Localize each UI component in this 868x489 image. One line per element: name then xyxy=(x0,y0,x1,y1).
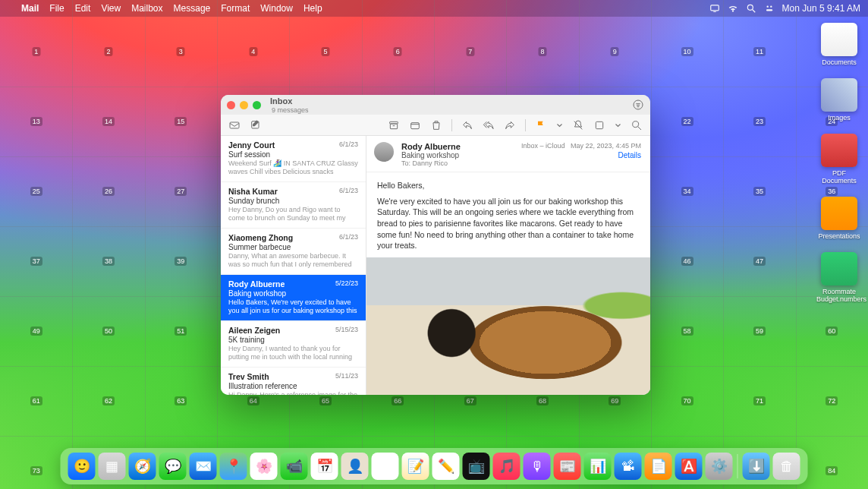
dock-pages[interactable]: 📄 xyxy=(645,453,672,480)
svg-rect-11 xyxy=(390,124,397,129)
dock-music[interactable]: 🎵 xyxy=(493,453,520,480)
trash-icon[interactable] xyxy=(430,119,442,131)
menu-view[interactable]: View xyxy=(101,3,121,14)
mailbox-count: 9 messages xyxy=(272,106,309,114)
dock-tv[interactable]: 📺 xyxy=(463,453,490,480)
message-row[interactable]: Xiaomeng Zhong6/1/23Summer barbecueDanny… xyxy=(221,229,366,275)
menu-mailbox[interactable]: Mailbox xyxy=(131,3,162,14)
svg-point-4 xyxy=(766,6,768,8)
move-icon[interactable] xyxy=(409,119,421,131)
new-window-chevron-icon[interactable] xyxy=(615,119,621,131)
control-center-icon[interactable] xyxy=(764,3,775,14)
dock-facetime[interactable]: 📹 xyxy=(281,453,308,480)
svg-point-2 xyxy=(747,5,753,10)
flag-chevron-icon[interactable] xyxy=(556,119,563,131)
dock-freeform[interactable]: ✏️ xyxy=(432,453,460,480)
message-list[interactable]: Jenny Court6/1/23Surf sessionWeekend Sur… xyxy=(221,136,366,395)
menu-format[interactable]: Format xyxy=(221,3,250,14)
filter-icon[interactable] xyxy=(632,99,644,111)
dock-contacts[interactable]: 👤 xyxy=(341,453,369,480)
flag-icon[interactable] xyxy=(535,119,547,131)
desktop-presentations[interactable]: Presentations xyxy=(816,197,862,240)
dock-launchpad[interactable]: ▦ xyxy=(99,453,126,480)
message-row[interactable]: Jenny Court6/1/23Surf sessionWeekend Sur… xyxy=(221,136,366,182)
dock-separator xyxy=(737,454,738,478)
envelope-icon[interactable] xyxy=(228,119,241,131)
message-row[interactable]: Nisha Kumar6/1/23Sunday brunchHey Danny,… xyxy=(221,182,366,229)
svg-line-16 xyxy=(638,127,641,130)
desktop-roommate-budget-numbers[interactable]: Roommate Budget.numbers xyxy=(816,252,862,303)
svg-rect-1 xyxy=(713,11,716,12)
svg-rect-13 xyxy=(411,122,420,128)
message-row[interactable]: Aileen Zeigen5/15/235K trainingHey Danny… xyxy=(221,321,366,368)
window-zoom-button[interactable] xyxy=(253,101,261,109)
dock-notes[interactable]: 📝 xyxy=(402,453,429,480)
forward-icon[interactable] xyxy=(504,119,516,131)
dock-podcasts[interactable]: 🎙 xyxy=(524,453,551,480)
display-icon[interactable] xyxy=(709,3,720,14)
dock: 🙂▦🧭💬✉️📍🌸📹📅👤▤📝✏️📺🎵🎙📰📊📽📄🅰️⚙️⬇️🗑 xyxy=(61,448,808,484)
mail-window: Inbox 9 messages Jenny C xyxy=(221,95,650,395)
reader-timestamp: May 22, 2023, 4:45 PM xyxy=(571,142,641,150)
svg-line-3 xyxy=(752,10,755,13)
desktop-icons: DocumentsImagesPDF DocumentsPresentation… xyxy=(816,23,862,303)
svg-rect-0 xyxy=(710,5,719,11)
message-row[interactable]: Trev Smith5/11/23Illustration referenceH… xyxy=(221,368,366,395)
reader-details-link[interactable]: Details xyxy=(521,151,641,159)
dock-maps[interactable]: 📍 xyxy=(220,453,247,480)
menu-window[interactable]: Window xyxy=(260,3,293,14)
search-toolbar-icon[interactable] xyxy=(631,119,643,131)
svg-rect-14 xyxy=(596,121,602,128)
menu-file[interactable]: File xyxy=(49,3,64,14)
window-minimize-button[interactable] xyxy=(240,101,248,109)
menubar-status: Mon Jun 5 9:41 AM xyxy=(709,3,860,14)
reader-header: Rody Albuerne Baking workshop To: Danny … xyxy=(366,136,650,172)
compose-icon[interactable] xyxy=(250,119,262,131)
menubar-app[interactable]: Mail xyxy=(21,3,39,14)
window-close-button[interactable] xyxy=(227,101,235,109)
svg-rect-6 xyxy=(766,9,772,11)
reader-mailbox: Inbox – iCloud xyxy=(521,142,565,150)
dock-mail[interactable]: ✉️ xyxy=(190,453,217,480)
mute-icon[interactable] xyxy=(572,119,584,131)
dock-finder[interactable]: 🙂 xyxy=(68,453,96,480)
search-icon[interactable] xyxy=(746,3,756,14)
reply-icon[interactable] xyxy=(461,119,473,131)
svg-point-15 xyxy=(633,121,639,127)
dock-safari[interactable]: 🧭 xyxy=(129,453,156,480)
menu-edit[interactable]: Edit xyxy=(75,3,91,14)
svg-point-7 xyxy=(634,100,643,109)
dock-appstore[interactable]: 🅰️ xyxy=(675,453,703,480)
dock-messages[interactable]: 💬 xyxy=(159,453,187,480)
sender-avatar xyxy=(374,142,394,162)
dock-keynote[interactable]: 📽 xyxy=(615,453,642,480)
svg-point-5 xyxy=(770,6,772,8)
dock-reminders[interactable]: ▤ xyxy=(372,453,399,480)
dock-numbers[interactable]: 📊 xyxy=(584,453,612,480)
dock-calendar[interactable]: 📅 xyxy=(311,453,338,480)
message-row[interactable]: Rody Albuerne5/22/23Baking workshopHello… xyxy=(221,275,366,321)
reply-all-icon[interactable] xyxy=(483,119,495,131)
menubar-clock[interactable]: Mon Jun 5 9:41 AM xyxy=(782,3,860,14)
desktop-pdf-documents[interactable]: PDF Documents xyxy=(816,134,862,185)
desktop-documents[interactable]: Documents xyxy=(816,23,862,66)
reader-to: To: Danny Rico xyxy=(401,159,641,167)
desktop-images[interactable]: Images xyxy=(816,78,862,121)
archive-icon[interactable] xyxy=(388,119,400,131)
menu-message[interactable]: Message xyxy=(174,3,211,14)
dock-news[interactable]: 📰 xyxy=(554,453,581,480)
svg-rect-8 xyxy=(230,122,239,128)
dock-downloads[interactable]: ⬇️ xyxy=(743,453,770,480)
menu-help[interactable]: Help xyxy=(303,3,322,14)
dock-photos[interactable]: 🌸 xyxy=(250,453,278,480)
reader-body: Hello Bakers, We're very excited to have… xyxy=(366,172,650,251)
titlebar: Inbox 9 messages xyxy=(221,95,650,115)
message-reader: Rody Albuerne Baking workshop To: Danny … xyxy=(366,136,650,395)
wifi-icon[interactable] xyxy=(728,3,738,14)
dock-trash[interactable]: 🗑 xyxy=(773,453,800,480)
dock-settings[interactable]: ⚙️ xyxy=(706,453,733,480)
menubar: Mail FileEditViewMailboxMessageFormatWin… xyxy=(0,0,868,17)
new-window-icon[interactable] xyxy=(593,119,605,131)
mailbox-title: Inbox xyxy=(270,96,309,106)
mail-toolbar xyxy=(221,115,650,136)
